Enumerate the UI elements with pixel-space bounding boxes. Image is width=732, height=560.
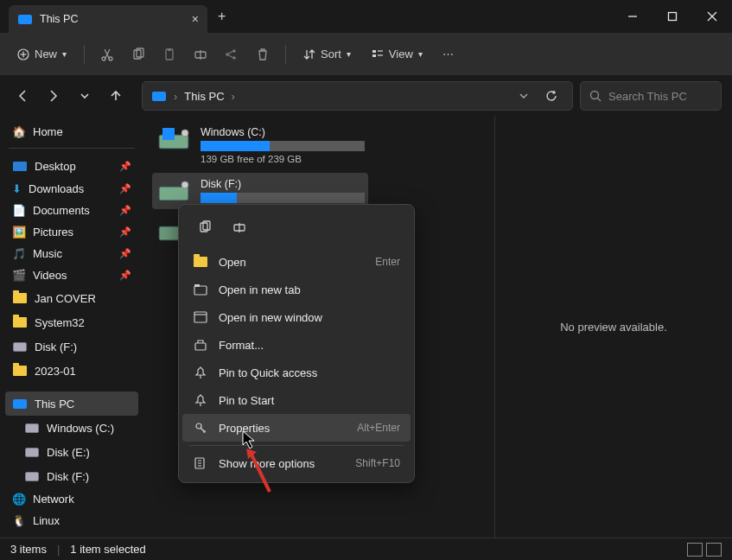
breadcrumb-this-pc[interactable]: This PC: [184, 90, 224, 103]
cut-button[interactable]: [93, 41, 121, 68]
new-tab-button[interactable]: +: [218, 9, 226, 24]
pin-icon: 📌: [119, 205, 131, 216]
search-box[interactable]: Search This PC: [580, 81, 722, 111]
sidebar-item-disk-f[interactable]: Disk (F:): [5, 334, 138, 359]
more-button[interactable]: ⋯: [435, 41, 462, 68]
paste-button[interactable]: [156, 41, 183, 68]
sort-button[interactable]: Sort ▾: [295, 42, 360, 66]
linux-icon: 🐧: [12, 514, 26, 527]
properties-icon: [193, 420, 208, 436]
sidebar-item-music[interactable]: 🎵Music📌: [5, 243, 138, 264]
pin-icon: 📌: [119, 270, 131, 281]
ctx-copy-button[interactable]: [189, 213, 220, 241]
svg-point-28: [181, 181, 188, 188]
sidebar-item-downloads[interactable]: ⬇Downloads📌: [5, 178, 138, 200]
svg-rect-19: [372, 54, 376, 57]
sidebar-item-network[interactable]: 🌐Network: [5, 488, 138, 510]
svg-point-22: [591, 92, 599, 99]
view-icon: [372, 48, 384, 60]
sidebar-item-home[interactable]: 🏠Home: [5, 121, 138, 143]
format-icon: [193, 337, 208, 353]
more-icon: [193, 455, 208, 471]
ctx-open-new-window[interactable]: Open in new window: [182, 303, 411, 331]
window-icon: [193, 309, 208, 325]
pin-icon: [193, 392, 208, 408]
sidebar-item-disk-f2[interactable]: Disk (F:): [5, 464, 138, 488]
ctx-show-more-options[interactable]: Show more options Shift+F10: [182, 449, 411, 477]
drive-icon: [12, 339, 28, 354]
close-tab-icon[interactable]: ×: [192, 12, 199, 26]
sidebar-item-2023-01[interactable]: 2023-01: [5, 359, 138, 383]
sidebar-item-documents[interactable]: 📄Documents📌: [5, 200, 138, 221]
svg-line-23: [598, 99, 602, 102]
svg-rect-36: [194, 312, 207, 322]
svg-rect-35: [194, 284, 200, 287]
chevron-down-icon: ▾: [418, 49, 423, 59]
ctx-open[interactable]: Open Enter: [182, 248, 411, 276]
view-details-button[interactable]: [687, 543, 703, 557]
search-placeholder: Search This PC: [608, 90, 687, 103]
ctx-properties[interactable]: Properties Alt+Enter: [182, 414, 411, 442]
context-menu: Open Enter Open in new tab Open in new w…: [178, 204, 415, 483]
sidebar-item-jan-cover[interactable]: Jan COVER: [5, 286, 138, 310]
download-icon: ⬇: [12, 182, 22, 195]
address-bar[interactable]: › This PC ›: [142, 81, 573, 111]
ctx-pin-start[interactable]: Pin to Start: [182, 386, 411, 414]
monitor-icon: [12, 396, 28, 411]
up-button[interactable]: [104, 84, 128, 108]
sidebar-item-system32[interactable]: System32: [5, 310, 138, 334]
drive-icon: [24, 420, 40, 436]
svg-rect-38: [195, 343, 206, 350]
share-button[interactable]: [218, 41, 245, 68]
sidebar-item-disk-e[interactable]: Disk (E:): [5, 440, 138, 464]
sidebar-item-this-pc[interactable]: This PC: [5, 391, 138, 416]
tab-this-pc[interactable]: This PC ×: [9, 5, 207, 33]
folder-icon: [12, 363, 28, 379]
delete-button[interactable]: [249, 41, 277, 68]
pin-icon: 📌: [119, 226, 131, 238]
view-tiles-button[interactable]: [706, 543, 722, 557]
pin-icon: 📌: [119, 161, 131, 172]
pin-icon: [193, 365, 208, 380]
forward-button[interactable]: [41, 84, 66, 108]
rename-button[interactable]: [187, 41, 214, 68]
sidebar-item-desktop[interactable]: Desktop📌: [5, 154, 138, 178]
sidebar-item-videos[interactable]: 🎬Videos📌: [5, 264, 138, 286]
svg-rect-25: [162, 128, 175, 140]
status-selected-count: 1 item selected: [70, 543, 145, 556]
address-dropdown[interactable]: [512, 84, 536, 108]
drive-icon: [157, 126, 192, 152]
desktop-icon: [12, 158, 28, 174]
drive-windows-c[interactable]: Windows (C:) 139 GB free of 239 GB: [152, 121, 368, 169]
sidebar-item-linux[interactable]: 🐧Linux: [5, 510, 138, 531]
svg-point-17: [232, 56, 236, 60]
ctx-rename-button[interactable]: [224, 213, 255, 241]
svg-point-7: [102, 57, 105, 60]
minimize-button[interactable]: [613, 0, 652, 33]
music-icon: 🎵: [12, 247, 26, 260]
ctx-format[interactable]: Format...: [182, 331, 411, 359]
ctx-open-new-tab[interactable]: Open in new tab: [182, 276, 411, 303]
toolbar: New ▾ Sort ▾ View ▾ ⋯: [0, 33, 732, 76]
sidebar-item-pictures[interactable]: 🖼️Pictures📌: [5, 221, 138, 243]
recent-dropdown[interactable]: [73, 84, 97, 108]
drive-icon: [24, 468, 40, 484]
storage-bar: [201, 193, 365, 203]
ctx-pin-quick-access[interactable]: Pin to Quick access: [182, 359, 411, 386]
video-icon: 🎬: [12, 269, 26, 282]
monitor-icon: [17, 11, 33, 27]
sidebar-item-windows-c[interactable]: Windows (C:): [5, 416, 138, 440]
status-item-count: 3 items: [10, 543, 47, 556]
new-button[interactable]: New ▾: [9, 42, 75, 66]
close-window-button[interactable]: [692, 0, 732, 33]
chevron-down-icon: ▾: [347, 49, 351, 59]
copy-button[interactable]: [124, 41, 152, 68]
maximize-button[interactable]: [652, 0, 692, 33]
pin-icon: 📌: [119, 183, 131, 194]
back-button[interactable]: [10, 84, 35, 108]
drive-name: Disk (F:): [201, 178, 365, 190]
refresh-button[interactable]: [539, 84, 563, 108]
document-icon: 📄: [12, 204, 26, 217]
view-button[interactable]: View ▾: [363, 42, 431, 66]
folder-icon: [12, 290, 28, 306]
